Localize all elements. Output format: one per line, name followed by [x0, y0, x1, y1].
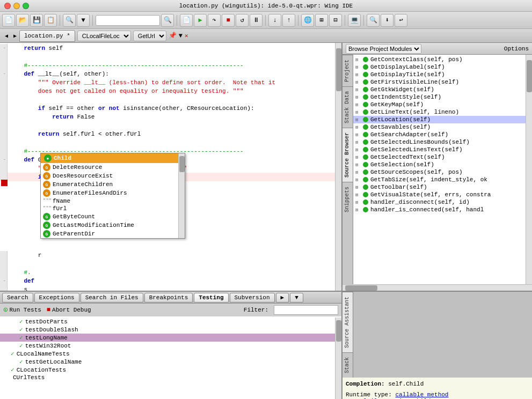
browse-item[interactable]: ⊞ GetSelection(self) — [353, 161, 526, 168]
test-item[interactable]: ✓ CLocationTests — [0, 366, 335, 374]
autocomplete-item[interactable]: G GetParentDir — [41, 230, 178, 238]
tab-breakpoints[interactable]: Breakpoints — [144, 293, 193, 302]
browse-list[interactable]: ⊞ GetContextClass(self, pos) ⊞ GetDispla… — [353, 55, 526, 284]
stop-button[interactable]: ■ — [222, 14, 235, 27]
remote-button[interactable]: 🌐 — [301, 14, 314, 27]
browse-item[interactable]: ⊞ GetDisplayTitle(self) — [353, 71, 526, 78]
step-out-button[interactable]: ↑ — [282, 14, 295, 27]
tab-exceptions[interactable]: Exceptions — [34, 293, 79, 302]
file-tab-location[interactable]: location.py * — [19, 30, 75, 42]
browse-item[interactable]: ⊞ GetSourceScopes(self, pos) — [353, 168, 526, 176]
tab-next-button[interactable]: ▶ — [11, 32, 19, 40]
tab-testing[interactable]: Testing — [194, 293, 228, 302]
save-as-button[interactable]: 📋 — [44, 14, 57, 27]
editor-scroll-thumb[interactable] — [336, 48, 341, 91]
tab-more-button[interactable]: ▶ — [276, 293, 289, 302]
autocomplete-item[interactable]: G GetLastModificationTime — [41, 221, 178, 230]
autocomplete-item[interactable]: G EnumerateChildren — [41, 180, 178, 189]
autocomplete-item[interactable]: """ fName — [41, 197, 178, 205]
new-file-button[interactable]: 📄 — [2, 14, 15, 27]
pin-button[interactable]: 📌 — [169, 32, 177, 40]
restart-button[interactable]: ↺ — [236, 14, 249, 27]
search-tb2-button[interactable]: 🔍 — [367, 14, 380, 27]
maximize-window-button[interactable] — [23, 3, 29, 9]
test-content[interactable]: ✓ testDotParts ✓ testDoubleSlash ✓ testL… — [0, 316, 341, 399]
run-tests-button[interactable]: ⊙ Run Tests — [3, 305, 41, 314]
bottom-scroll-thumb[interactable] — [336, 320, 341, 342]
run-button[interactable]: ▶ — [194, 14, 207, 27]
test-item[interactable]: CUrlTests — [0, 374, 335, 381]
sa-runtime-link[interactable]: callable method — [395, 391, 448, 398]
editor-scrollbar[interactable] — [335, 43, 341, 291]
browse-item[interactable]: ⊞ GetKeyMap(self) — [353, 101, 526, 108]
browse-item[interactable]: ⊞ GetSearchAdapter(self) — [353, 131, 526, 138]
browse-item[interactable]: ⊞ GetIndentStyle(self) — [353, 93, 526, 101]
tab-source-assistant[interactable]: Source Assistant — [342, 292, 353, 352]
browse-item[interactable]: ⊞ handler_is_connected(self, handl — [353, 206, 526, 213]
method-selector[interactable]: GetUrl — [133, 31, 166, 41]
filter-input[interactable] — [274, 305, 338, 315]
autocomplete-dropdown[interactable]: ● Child G DeleteResource G DoesResourceE… — [40, 153, 185, 239]
minimize-window-button[interactable] — [13, 3, 20, 9]
browse-item-selected[interactable]: ⊞ GetLocation(self) — [353, 116, 526, 123]
class-selector[interactable]: CLocalFileLoc — [77, 31, 131, 41]
pause-button[interactable]: ⏸ — [250, 14, 263, 27]
tab-source-browser[interactable]: Source Browser — [342, 128, 353, 182]
autocomplete-item[interactable]: G EnumerateFilesAndDirs — [41, 189, 178, 197]
browse-item[interactable]: ⊞ GetDisplayLabel(self) — [353, 63, 526, 71]
ac-scroll-thumb[interactable] — [179, 156, 185, 172]
browse-item[interactable]: ⊞ GetToolbar(self) — [353, 183, 526, 191]
tab-stack-data[interactable]: Stack Data — [342, 86, 353, 128]
tab-subversion[interactable]: Subversion — [230, 293, 275, 302]
tab-search[interactable]: Search — [2, 293, 33, 302]
open-file-button[interactable]: 📂 — [16, 14, 29, 27]
browse-item[interactable]: ⊞ GetSelectedText(self) — [353, 153, 526, 161]
browse-item[interactable]: ⊞ handler_disconnect(self, id) — [353, 198, 526, 206]
find-replace-button[interactable]: 🔍 — [63, 14, 76, 27]
save-file-button[interactable]: 💾 — [30, 14, 43, 27]
tab-prev-button[interactable]: ◀ — [2, 32, 11, 40]
abort-debug-button[interactable]: ■ Abort Debug — [47, 306, 91, 314]
autocomplete-item[interactable]: """ fUrl — [41, 205, 178, 212]
tab-project[interactable]: Project — [342, 55, 353, 86]
tab-stack[interactable]: Stack — [342, 352, 353, 378]
browse-item[interactable]: ⊞ GetSavables(self) — [353, 123, 526, 131]
dedent-button[interactable]: ⊟ — [329, 14, 342, 27]
browse-item[interactable]: ⊞ GetVisualState(self, errs, constra — [353, 191, 526, 198]
step-over-button[interactable]: ↷ — [208, 14, 221, 27]
right-hscroll-thumb[interactable] — [345, 285, 377, 291]
browse-item[interactable]: ⊞ GetFirstVisibleLine(self) — [353, 78, 526, 86]
forward-button[interactable]: ↩ — [395, 14, 407, 27]
back-button[interactable]: ⬇ — [381, 14, 393, 27]
bottom-scrollbar[interactable] — [335, 317, 341, 399]
tab-search-in-files[interactable]: Search in Files — [81, 293, 143, 302]
tab-menu-button[interactable]: ▼ — [179, 32, 183, 40]
test-item[interactable]: ✓ testGetLocalName — [0, 358, 335, 366]
test-item[interactable]: ✓ testDoubleSlash — [0, 326, 335, 334]
toolbar-search-input[interactable] — [96, 15, 160, 26]
test-item[interactable]: ✓ testDotParts — [0, 317, 335, 326]
autocomplete-item[interactable]: G DoesResourceExist — [41, 172, 178, 180]
search-button[interactable]: 🔍 — [161, 14, 174, 27]
tab-menu-dropdown[interactable]: ▼ — [290, 293, 303, 302]
os-button[interactable]: 💻 — [348, 14, 361, 27]
test-item[interactable]: ✓ CLocalNameTests — [0, 350, 335, 358]
right-panel-scrollbar[interactable] — [526, 55, 532, 284]
browse-item[interactable]: ⊞ GetTabSize(self, indent_style, ok — [353, 176, 526, 183]
close-window-button[interactable] — [4, 3, 11, 9]
right-scroll-thumb[interactable] — [527, 60, 532, 92]
right-panel-hscroll[interactable] — [342, 284, 532, 291]
close-tab-button[interactable]: ✕ — [185, 32, 188, 39]
browse-item[interactable]: ⊞ GetGtkWidget(self) — [353, 86, 526, 93]
indent-button[interactable]: ⊞ — [315, 14, 328, 27]
browse-item[interactable]: ⊞ GetContextClass(self, pos) — [353, 56, 526, 63]
new-file2-button[interactable]: 📄 — [180, 14, 193, 27]
autocomplete-item[interactable]: G GetByteCount — [41, 212, 178, 221]
test-item[interactable]: ✓ testWin32Root — [0, 342, 335, 350]
browse-item[interactable]: ⊞ GetLineText(self, lineno) — [353, 108, 526, 116]
autocomplete-scrollbar[interactable] — [178, 153, 185, 238]
browse-module-selector[interactable]: Browse Project Modules — [346, 44, 421, 54]
browse-options-label[interactable]: Options — [504, 46, 529, 52]
test-item-selected[interactable]: ✓ testLongName — [0, 334, 335, 342]
tab-snippets[interactable]: Snippets — [342, 182, 353, 217]
